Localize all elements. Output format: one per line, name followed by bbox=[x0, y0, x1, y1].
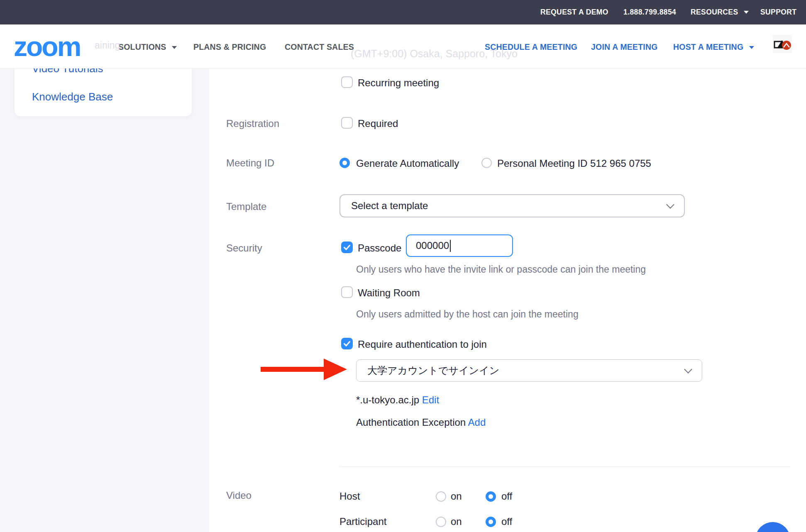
meeting-id-generate-label[interactable]: Generate Automatically bbox=[356, 158, 459, 169]
recurring-meeting-label[interactable]: Recurring meeting bbox=[358, 77, 439, 89]
checkmark-icon bbox=[342, 339, 352, 348]
video-participant-on-radio[interactable] bbox=[436, 517, 446, 527]
recurring-meeting-checkbox[interactable] bbox=[341, 76, 353, 88]
help-widget-button[interactable] bbox=[755, 522, 790, 532]
request-demo-link[interactable]: REQUEST A DEMO bbox=[540, 8, 608, 17]
passcode-help-text: Only users who have the invite link or p… bbox=[356, 264, 646, 275]
chevron-down-icon bbox=[172, 46, 177, 49]
registration-required-checkbox[interactable] bbox=[341, 117, 353, 129]
checkmark-icon bbox=[342, 243, 352, 252]
passcode-checkbox[interactable] bbox=[341, 242, 353, 253]
passcode-field-wrap bbox=[406, 234, 513, 257]
meeting-id-personal-label[interactable]: Personal Meeting ID 512 965 0755 bbox=[497, 158, 651, 169]
support-link[interactable]: SUPPORT bbox=[760, 8, 796, 17]
main-nav: aining (GMT+9:00) Osaka, Sapporo, Tokyo … bbox=[0, 24, 806, 68]
auth-method-select[interactable]: 大学アカウントでサインイン bbox=[356, 359, 702, 382]
phone-number[interactable]: 1.888.799.8854 bbox=[623, 8, 676, 17]
sidebar-item-knowledge-base[interactable]: Knowledge Base bbox=[32, 90, 113, 103]
video-host-on-label[interactable]: on bbox=[451, 491, 462, 502]
video-participant-off-radio[interactable] bbox=[486, 517, 496, 527]
security-label: Security bbox=[226, 242, 262, 254]
auth-exception-row: Authentication Exception Add bbox=[356, 417, 486, 428]
require-auth-label[interactable]: Require authentication to join bbox=[358, 339, 487, 350]
chevron-down-icon bbox=[666, 200, 674, 209]
template-select-value: Select a template bbox=[351, 200, 428, 212]
arrow-right-icon bbox=[261, 357, 348, 382]
nav-item-solutions[interactable]: SOLUTIONS bbox=[118, 42, 177, 52]
video-participant-label: Participant bbox=[339, 516, 386, 527]
ghost-scrolled-text: aining bbox=[95, 40, 120, 51]
auth-domain-value: *.u-tokyo.ac.jp bbox=[356, 394, 419, 405]
nav-item-plans-pricing[interactable]: PLANS & PRICING bbox=[193, 42, 266, 52]
meeting-id-label: Meeting ID bbox=[226, 157, 274, 169]
auth-domain-row: *.u-tokyo.ac.jp Edit bbox=[356, 394, 439, 406]
meeting-id-personal-radio[interactable] bbox=[481, 158, 492, 168]
video-section-label: Video bbox=[226, 490, 252, 501]
sidebar-background bbox=[0, 68, 209, 532]
video-host-off-label[interactable]: off bbox=[501, 491, 512, 502]
zoom-schedule-meeting-page: Video Tutorials Knowledge Base Recurring… bbox=[0, 0, 806, 532]
require-auth-checkbox[interactable] bbox=[341, 338, 353, 349]
chevron-down-icon bbox=[744, 11, 749, 14]
add-link[interactable]: Add bbox=[468, 417, 486, 428]
broken-image-icon bbox=[773, 35, 792, 53]
ghost-timezone-text: (GMT+9:00) Osaka, Sapporo, Tokyo bbox=[351, 48, 518, 60]
auth-exception-label: Authentication Exception bbox=[356, 417, 466, 428]
edit-link[interactable]: Edit bbox=[422, 394, 439, 405]
nav-item-contact-sales[interactable]: CONTACT SALES bbox=[285, 42, 354, 52]
zoom-logo[interactable]: zoom bbox=[14, 28, 80, 65]
waiting-room-help-text: Only users admitted by the host can join… bbox=[356, 309, 579, 320]
nav-item-host-meeting[interactable]: HOST A MEETING bbox=[673, 42, 754, 52]
utility-topbar: REQUEST A DEMO 1.888.799.8854 RESOURCES … bbox=[0, 0, 806, 24]
template-select[interactable]: Select a template bbox=[339, 194, 685, 217]
waiting-room-checkbox[interactable] bbox=[341, 286, 353, 298]
chevron-down-icon bbox=[749, 46, 754, 49]
profile-avatar[interactable] bbox=[773, 35, 792, 53]
nav-item-join-meeting[interactable]: JOIN A MEETING bbox=[591, 42, 658, 52]
text-caret bbox=[450, 240, 451, 252]
red-arrow-annotation bbox=[261, 357, 348, 383]
resources-menu[interactable]: RESOURCES bbox=[691, 8, 749, 17]
video-participant-on-label[interactable]: on bbox=[451, 516, 462, 527]
passcode-input[interactable] bbox=[406, 234, 513, 257]
meeting-id-generate-radio[interactable] bbox=[339, 158, 350, 168]
template-label: Template bbox=[226, 201, 266, 212]
registration-required-label[interactable]: Required bbox=[358, 118, 398, 129]
video-participant-off-label[interactable]: off bbox=[501, 516, 512, 527]
video-host-label: Host bbox=[339, 491, 360, 502]
video-host-on-radio[interactable] bbox=[436, 491, 446, 502]
registration-label: Registration bbox=[226, 118, 279, 129]
section-divider bbox=[339, 466, 791, 467]
passcode-label[interactable]: Passcode bbox=[358, 242, 401, 254]
waiting-room-label[interactable]: Waiting Room bbox=[358, 287, 420, 299]
auth-method-select-value: 大学アカウントでサインイン bbox=[367, 364, 499, 377]
video-host-off-radio[interactable] bbox=[486, 491, 496, 502]
chevron-down-icon bbox=[684, 365, 692, 373]
